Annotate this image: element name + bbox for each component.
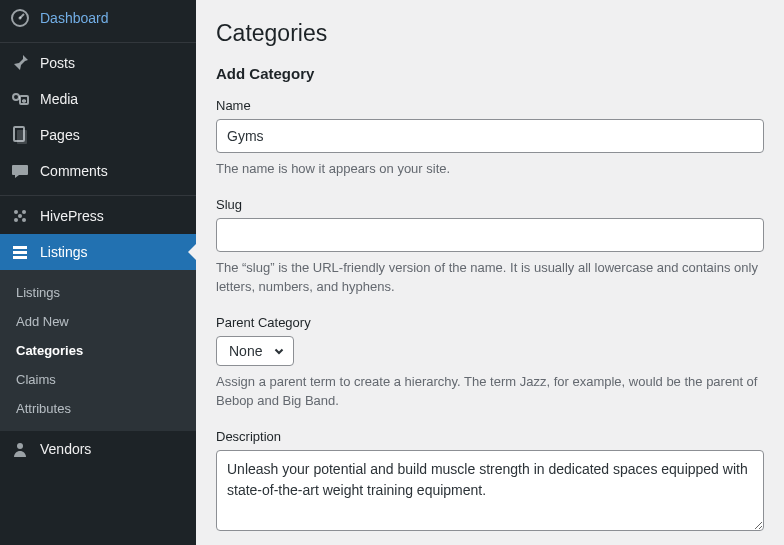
svg-point-1 xyxy=(19,17,22,20)
svg-point-8 xyxy=(14,218,18,222)
description-input[interactable] xyxy=(216,450,764,531)
pin-icon xyxy=(10,53,30,73)
sidebar-label: Pages xyxy=(40,127,80,143)
description-label: Description xyxy=(216,429,764,444)
parent-help: Assign a parent term to create a hierarc… xyxy=(216,372,764,411)
field-description: Description xyxy=(216,429,764,534)
media-icon xyxy=(10,89,30,109)
form-title: Add Category xyxy=(216,65,764,82)
sidebar-label: Comments xyxy=(40,163,108,179)
submenu-item-listings[interactable]: Listings xyxy=(0,278,196,307)
field-slug: Slug The “slug” is the URL-friendly vers… xyxy=(216,197,764,297)
sidebar-label: Media xyxy=(40,91,78,107)
sidebar-item-dashboard[interactable]: Dashboard xyxy=(0,0,196,36)
svg-point-2 xyxy=(13,94,19,100)
svg-point-14 xyxy=(17,443,23,449)
svg-rect-12 xyxy=(13,251,27,254)
slug-help: The “slug” is the URL-friendly version o… xyxy=(216,258,764,297)
sidebar-label: Dashboard xyxy=(40,10,109,26)
separator xyxy=(0,191,196,196)
list-icon xyxy=(10,242,30,262)
page-title: Categories xyxy=(216,20,764,47)
parent-select[interactable]: None xyxy=(216,336,294,366)
svg-point-10 xyxy=(18,214,22,218)
dashboard-icon xyxy=(10,8,30,28)
sidebar-item-hivepress[interactable]: HivePress xyxy=(0,198,196,234)
sidebar-label: Posts xyxy=(40,55,75,71)
name-help: The name is how it appears on your site. xyxy=(216,159,764,179)
submenu-item-addnew[interactable]: Add New xyxy=(0,307,196,336)
svg-point-6 xyxy=(14,210,18,214)
submenu-item-claims[interactable]: Claims xyxy=(0,365,196,394)
sidebar-item-comments[interactable]: Comments xyxy=(0,153,196,189)
sidebar-item-vendors[interactable]: Vendors xyxy=(0,431,196,467)
name-label: Name xyxy=(216,98,764,113)
comment-icon xyxy=(10,161,30,181)
separator xyxy=(0,38,196,43)
svg-point-9 xyxy=(22,218,26,222)
sidebar-label: HivePress xyxy=(40,208,104,224)
svg-rect-5 xyxy=(17,130,27,144)
parent-select-wrap: None xyxy=(216,336,294,366)
name-input[interactable] xyxy=(216,119,764,153)
pages-icon xyxy=(10,125,30,145)
svg-rect-11 xyxy=(13,246,27,249)
main-content: Categories Add Category Name The name is… xyxy=(196,0,784,545)
sidebar-item-media[interactable]: Media xyxy=(0,81,196,117)
svg-point-7 xyxy=(22,210,26,214)
sidebar-item-posts[interactable]: Posts xyxy=(0,45,196,81)
slug-input[interactable] xyxy=(216,218,764,252)
admin-sidebar: Dashboard Posts Media Pages Comments Hiv… xyxy=(0,0,196,545)
listings-submenu: Listings Add New Categories Claims Attri… xyxy=(0,270,196,431)
hivepress-icon xyxy=(10,206,30,226)
submenu-item-attributes[interactable]: Attributes xyxy=(0,394,196,423)
slug-label: Slug xyxy=(216,197,764,212)
sidebar-item-listings[interactable]: Listings xyxy=(0,234,196,270)
sidebar-item-pages[interactable]: Pages xyxy=(0,117,196,153)
field-parent: Parent Category None Assign a parent ter… xyxy=(216,315,764,411)
user-icon xyxy=(10,439,30,459)
submenu-item-categories[interactable]: Categories xyxy=(0,336,196,365)
field-name: Name The name is how it appears on your … xyxy=(216,98,764,179)
sidebar-label: Listings xyxy=(40,244,87,260)
sidebar-label: Vendors xyxy=(40,441,91,457)
parent-label: Parent Category xyxy=(216,315,764,330)
svg-rect-13 xyxy=(13,256,27,259)
